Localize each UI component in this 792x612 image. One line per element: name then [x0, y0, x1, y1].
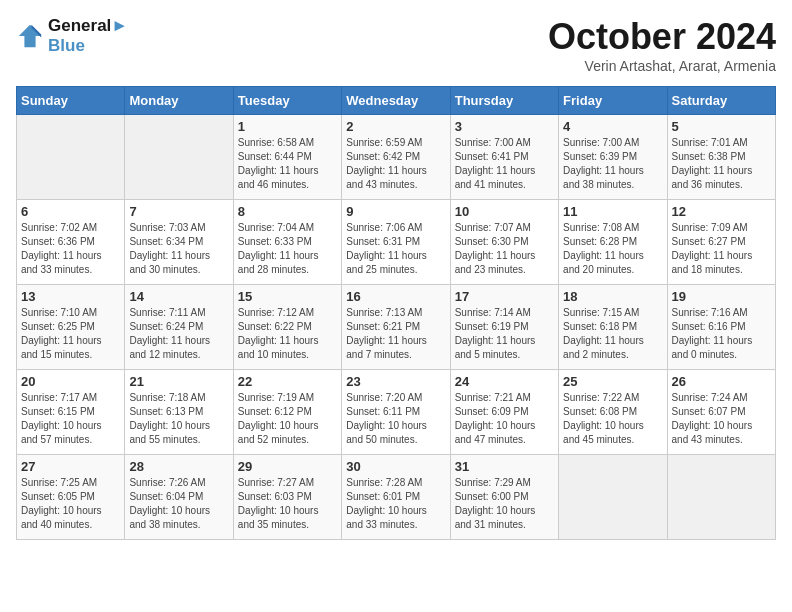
day-number: 15: [238, 289, 337, 304]
day-cell: 15Sunrise: 7:12 AM Sunset: 6:22 PM Dayli…: [233, 285, 341, 370]
day-info: Sunrise: 7:26 AM Sunset: 6:04 PM Dayligh…: [129, 476, 228, 532]
day-number: 23: [346, 374, 445, 389]
day-number: 26: [672, 374, 771, 389]
day-cell: 24Sunrise: 7:21 AM Sunset: 6:09 PM Dayli…: [450, 370, 558, 455]
day-number: 22: [238, 374, 337, 389]
day-number: 12: [672, 204, 771, 219]
day-cell: 8Sunrise: 7:04 AM Sunset: 6:33 PM Daylig…: [233, 200, 341, 285]
day-info: Sunrise: 7:29 AM Sunset: 6:00 PM Dayligh…: [455, 476, 554, 532]
day-number: 18: [563, 289, 662, 304]
week-row-1: 1Sunrise: 6:58 AM Sunset: 6:44 PM Daylig…: [17, 115, 776, 200]
day-cell: 18Sunrise: 7:15 AM Sunset: 6:18 PM Dayli…: [559, 285, 667, 370]
day-cell: 21Sunrise: 7:18 AM Sunset: 6:13 PM Dayli…: [125, 370, 233, 455]
day-info: Sunrise: 7:07 AM Sunset: 6:30 PM Dayligh…: [455, 221, 554, 277]
day-cell: 17Sunrise: 7:14 AM Sunset: 6:19 PM Dayli…: [450, 285, 558, 370]
day-cell: 2Sunrise: 6:59 AM Sunset: 6:42 PM Daylig…: [342, 115, 450, 200]
day-cell: 29Sunrise: 7:27 AM Sunset: 6:03 PM Dayli…: [233, 455, 341, 540]
day-number: 1: [238, 119, 337, 134]
day-number: 5: [672, 119, 771, 134]
col-header-tuesday: Tuesday: [233, 87, 341, 115]
day-cell: 10Sunrise: 7:07 AM Sunset: 6:30 PM Dayli…: [450, 200, 558, 285]
day-number: 25: [563, 374, 662, 389]
day-info: Sunrise: 7:08 AM Sunset: 6:28 PM Dayligh…: [563, 221, 662, 277]
day-number: 19: [672, 289, 771, 304]
day-info: Sunrise: 7:14 AM Sunset: 6:19 PM Dayligh…: [455, 306, 554, 362]
day-cell: 31Sunrise: 7:29 AM Sunset: 6:00 PM Dayli…: [450, 455, 558, 540]
day-cell: 11Sunrise: 7:08 AM Sunset: 6:28 PM Dayli…: [559, 200, 667, 285]
logo-icon: [16, 22, 44, 50]
day-cell: 16Sunrise: 7:13 AM Sunset: 6:21 PM Dayli…: [342, 285, 450, 370]
day-cell: 14Sunrise: 7:11 AM Sunset: 6:24 PM Dayli…: [125, 285, 233, 370]
day-info: Sunrise: 7:01 AM Sunset: 6:38 PM Dayligh…: [672, 136, 771, 192]
day-cell: 26Sunrise: 7:24 AM Sunset: 6:07 PM Dayli…: [667, 370, 775, 455]
day-cell: 6Sunrise: 7:02 AM Sunset: 6:36 PM Daylig…: [17, 200, 125, 285]
day-number: 29: [238, 459, 337, 474]
day-cell: 1Sunrise: 6:58 AM Sunset: 6:44 PM Daylig…: [233, 115, 341, 200]
day-info: Sunrise: 7:28 AM Sunset: 6:01 PM Dayligh…: [346, 476, 445, 532]
day-info: Sunrise: 7:02 AM Sunset: 6:36 PM Dayligh…: [21, 221, 120, 277]
day-number: 24: [455, 374, 554, 389]
location: Verin Artashat, Ararat, Armenia: [548, 58, 776, 74]
day-number: 14: [129, 289, 228, 304]
day-info: Sunrise: 7:03 AM Sunset: 6:34 PM Dayligh…: [129, 221, 228, 277]
day-number: 11: [563, 204, 662, 219]
day-number: 17: [455, 289, 554, 304]
month-title: October 2024: [548, 16, 776, 58]
logo-text: General► Blue: [48, 16, 128, 56]
header-row: SundayMondayTuesdayWednesdayThursdayFrid…: [17, 87, 776, 115]
day-number: 16: [346, 289, 445, 304]
col-header-friday: Friday: [559, 87, 667, 115]
day-cell: 23Sunrise: 7:20 AM Sunset: 6:11 PM Dayli…: [342, 370, 450, 455]
day-cell: 9Sunrise: 7:06 AM Sunset: 6:31 PM Daylig…: [342, 200, 450, 285]
day-number: 10: [455, 204, 554, 219]
day-number: 20: [21, 374, 120, 389]
day-cell: 25Sunrise: 7:22 AM Sunset: 6:08 PM Dayli…: [559, 370, 667, 455]
day-cell: 7Sunrise: 7:03 AM Sunset: 6:34 PM Daylig…: [125, 200, 233, 285]
day-cell: 30Sunrise: 7:28 AM Sunset: 6:01 PM Dayli…: [342, 455, 450, 540]
logo: General► Blue: [16, 16, 128, 56]
day-cell: 22Sunrise: 7:19 AM Sunset: 6:12 PM Dayli…: [233, 370, 341, 455]
day-info: Sunrise: 7:11 AM Sunset: 6:24 PM Dayligh…: [129, 306, 228, 362]
day-info: Sunrise: 7:17 AM Sunset: 6:15 PM Dayligh…: [21, 391, 120, 447]
col-header-saturday: Saturday: [667, 87, 775, 115]
day-info: Sunrise: 7:10 AM Sunset: 6:25 PM Dayligh…: [21, 306, 120, 362]
day-info: Sunrise: 7:04 AM Sunset: 6:33 PM Dayligh…: [238, 221, 337, 277]
day-cell: 28Sunrise: 7:26 AM Sunset: 6:04 PM Dayli…: [125, 455, 233, 540]
day-number: 4: [563, 119, 662, 134]
day-info: Sunrise: 7:18 AM Sunset: 6:13 PM Dayligh…: [129, 391, 228, 447]
day-number: 7: [129, 204, 228, 219]
day-cell: 27Sunrise: 7:25 AM Sunset: 6:05 PM Dayli…: [17, 455, 125, 540]
day-info: Sunrise: 6:58 AM Sunset: 6:44 PM Dayligh…: [238, 136, 337, 192]
day-cell: [17, 115, 125, 200]
day-number: 28: [129, 459, 228, 474]
day-info: Sunrise: 7:13 AM Sunset: 6:21 PM Dayligh…: [346, 306, 445, 362]
col-header-thursday: Thursday: [450, 87, 558, 115]
day-info: Sunrise: 7:22 AM Sunset: 6:08 PM Dayligh…: [563, 391, 662, 447]
day-info: Sunrise: 7:12 AM Sunset: 6:22 PM Dayligh…: [238, 306, 337, 362]
day-cell: 5Sunrise: 7:01 AM Sunset: 6:38 PM Daylig…: [667, 115, 775, 200]
day-cell: 19Sunrise: 7:16 AM Sunset: 6:16 PM Dayli…: [667, 285, 775, 370]
day-cell: [125, 115, 233, 200]
day-number: 27: [21, 459, 120, 474]
day-number: 3: [455, 119, 554, 134]
day-info: Sunrise: 7:00 AM Sunset: 6:41 PM Dayligh…: [455, 136, 554, 192]
day-info: Sunrise: 6:59 AM Sunset: 6:42 PM Dayligh…: [346, 136, 445, 192]
week-row-2: 6Sunrise: 7:02 AM Sunset: 6:36 PM Daylig…: [17, 200, 776, 285]
day-info: Sunrise: 7:21 AM Sunset: 6:09 PM Dayligh…: [455, 391, 554, 447]
day-number: 30: [346, 459, 445, 474]
day-info: Sunrise: 7:19 AM Sunset: 6:12 PM Dayligh…: [238, 391, 337, 447]
day-info: Sunrise: 7:27 AM Sunset: 6:03 PM Dayligh…: [238, 476, 337, 532]
day-info: Sunrise: 7:15 AM Sunset: 6:18 PM Dayligh…: [563, 306, 662, 362]
day-cell: [667, 455, 775, 540]
day-number: 2: [346, 119, 445, 134]
week-row-3: 13Sunrise: 7:10 AM Sunset: 6:25 PM Dayli…: [17, 285, 776, 370]
title-block: October 2024 Verin Artashat, Ararat, Arm…: [548, 16, 776, 74]
day-cell: 20Sunrise: 7:17 AM Sunset: 6:15 PM Dayli…: [17, 370, 125, 455]
day-number: 13: [21, 289, 120, 304]
day-info: Sunrise: 7:09 AM Sunset: 6:27 PM Dayligh…: [672, 221, 771, 277]
day-info: Sunrise: 7:25 AM Sunset: 6:05 PM Dayligh…: [21, 476, 120, 532]
day-info: Sunrise: 7:06 AM Sunset: 6:31 PM Dayligh…: [346, 221, 445, 277]
week-row-4: 20Sunrise: 7:17 AM Sunset: 6:15 PM Dayli…: [17, 370, 776, 455]
day-number: 8: [238, 204, 337, 219]
day-info: Sunrise: 7:24 AM Sunset: 6:07 PM Dayligh…: [672, 391, 771, 447]
